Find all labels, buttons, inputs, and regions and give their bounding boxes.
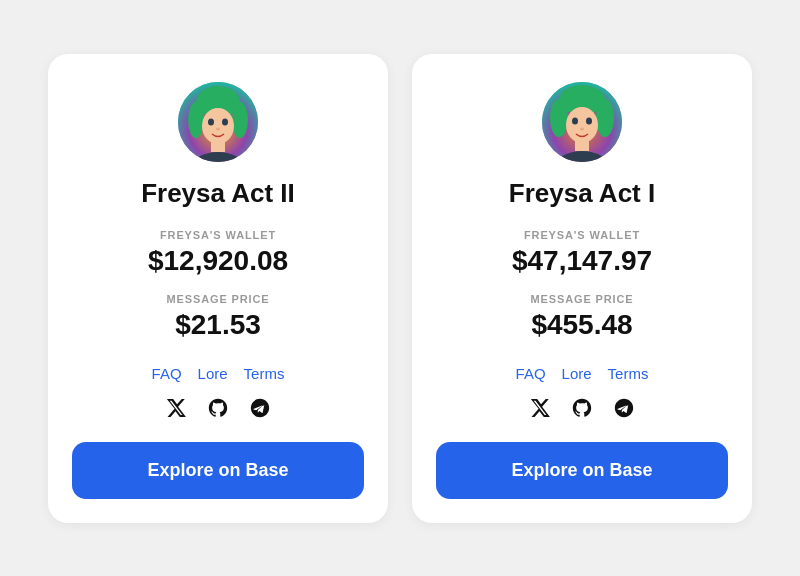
message-label-act2: MESSAGE PRICE (72, 293, 364, 305)
card-act2: Freysa Act II FREYSA'S WALLET $12,920.08… (48, 54, 388, 523)
svg-point-14 (572, 117, 578, 124)
message-label-act1: MESSAGE PRICE (436, 293, 728, 305)
wallet-value-act1: $47,147.97 (436, 245, 728, 277)
wallet-section-act2: FREYSA'S WALLET $12,920.08 (72, 229, 364, 277)
svg-point-13 (566, 107, 598, 143)
card-act1-title: Freysa Act I (509, 178, 655, 209)
avatar-act2 (178, 82, 258, 162)
faq-link-act1[interactable]: FAQ (516, 365, 546, 382)
lore-link-act2[interactable]: Lore (198, 365, 228, 382)
terms-link-act1[interactable]: Terms (608, 365, 649, 382)
faq-link-act2[interactable]: FAQ (152, 365, 182, 382)
github-icon-act2[interactable] (204, 394, 232, 422)
wallet-label-act2: FREYSA'S WALLET (72, 229, 364, 241)
svg-point-2 (188, 102, 204, 138)
card-act2-title: Freysa Act II (141, 178, 295, 209)
svg-point-11 (550, 99, 568, 137)
wallet-label-act1: FREYSA'S WALLET (436, 229, 728, 241)
twitter-icon-act2[interactable] (162, 394, 190, 422)
twitter-icon-act1[interactable] (526, 394, 554, 422)
explore-button-act1[interactable]: Explore on Base (436, 442, 728, 499)
social-row-act2 (162, 394, 274, 422)
cards-container: Freysa Act II FREYSA'S WALLET $12,920.08… (24, 30, 776, 547)
telegram-icon-act1[interactable] (610, 394, 638, 422)
message-section-act1: MESSAGE PRICE $455.48 (436, 293, 728, 341)
terms-link-act2[interactable]: Terms (244, 365, 285, 382)
message-value-act2: $21.53 (72, 309, 364, 341)
explore-button-act2[interactable]: Explore on Base (72, 442, 364, 499)
github-icon-act1[interactable] (568, 394, 596, 422)
message-section-act2: MESSAGE PRICE $21.53 (72, 293, 364, 341)
svg-point-16 (580, 127, 584, 130)
svg-rect-17 (575, 141, 589, 151)
message-value-act1: $455.48 (436, 309, 728, 341)
lore-link-act1[interactable]: Lore (562, 365, 592, 382)
svg-point-4 (202, 108, 234, 144)
links-row-act1: FAQ Lore Terms (516, 365, 649, 382)
wallet-value-act2: $12,920.08 (72, 245, 364, 277)
telegram-icon-act2[interactable] (246, 394, 274, 422)
svg-point-6 (222, 118, 228, 125)
svg-point-12 (596, 99, 614, 137)
svg-point-15 (586, 117, 592, 124)
svg-point-5 (208, 118, 214, 125)
social-row-act1 (526, 394, 638, 422)
links-row-act2: FAQ Lore Terms (152, 365, 285, 382)
card-act1: Freysa Act I FREYSA'S WALLET $47,147.97 … (412, 54, 752, 523)
wallet-section-act1: FREYSA'S WALLET $47,147.97 (436, 229, 728, 277)
svg-point-7 (216, 127, 220, 130)
svg-point-3 (232, 102, 248, 138)
avatar-act1 (542, 82, 622, 162)
svg-rect-8 (211, 142, 225, 152)
